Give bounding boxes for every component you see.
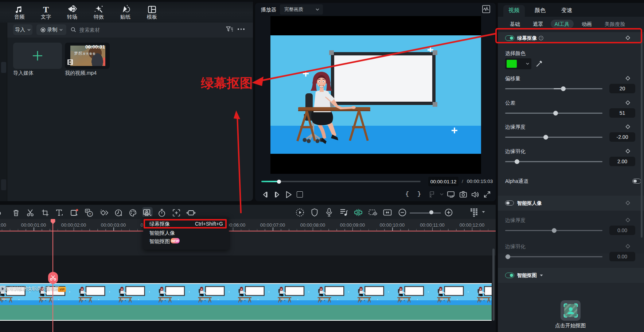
svg-text:T: T <box>89 212 91 216</box>
svg-text:T: T <box>43 5 49 14</box>
